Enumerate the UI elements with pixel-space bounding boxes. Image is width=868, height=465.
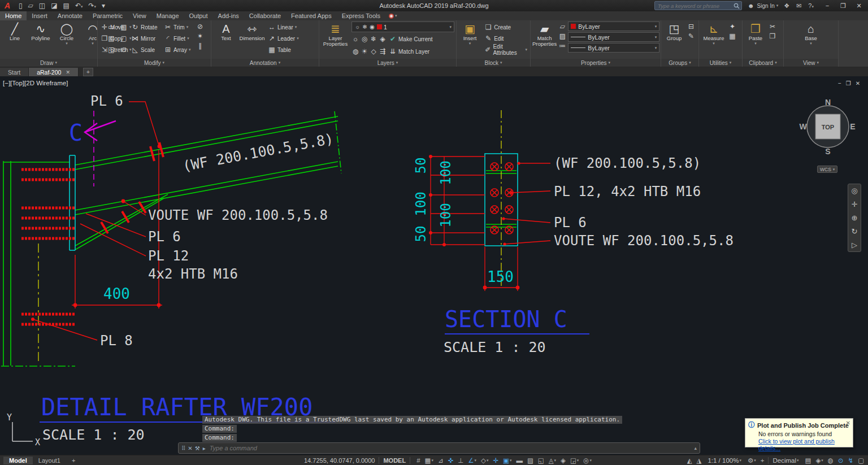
search-icon[interactable] <box>734 3 740 9</box>
match-properties-button[interactable]: ▰ Match Properties <box>532 21 557 47</box>
copy-button[interactable]: ❐Copy <box>99 33 130 44</box>
3d-object-snap-icon[interactable]: ◬▾ <box>546 457 558 464</box>
dynamic-ucs-icon[interactable]: ◈ <box>558 457 568 464</box>
autocad-logo-icon[interactable]: A <box>0 1 15 10</box>
autoscale-icon[interactable]: ◮ <box>695 457 704 464</box>
qat-plot-icon[interactable]: ▤ <box>62 2 71 10</box>
viewport-restore-icon[interactable]: ❐ <box>846 80 851 86</box>
tab-manage[interactable]: Manage <box>151 11 184 20</box>
units-button[interactable]: Decimal▾ <box>770 457 801 464</box>
isolate-objects-icon[interactable]: ◍ <box>826 457 836 464</box>
cut-icon[interactable]: ✂ <box>769 23 776 31</box>
layer-thaw-icon[interactable]: ☀ <box>361 47 368 55</box>
polyline-button[interactable]: ∿Polyline <box>28 21 54 46</box>
new-drawing-tab-button[interactable]: + <box>83 68 93 76</box>
pstyle-icon[interactable]: ▱ <box>558 23 566 31</box>
tab-output[interactable]: Output <box>184 11 213 20</box>
text-button[interactable]: AText <box>213 21 239 41</box>
table-button[interactable]: ▦Table <box>267 44 300 55</box>
viewport-controls[interactable]: [−][Top][2D Wireframe] <box>3 80 68 86</box>
ribbon-options-icon[interactable]: ▾ <box>385 11 401 20</box>
graphics-performance-icon[interactable]: ↯ <box>845 457 856 464</box>
lineweight-dropdown[interactable]: ByLayer▾ <box>568 43 659 53</box>
file-tab-start[interactable]: Start <box>0 68 29 76</box>
polar-tracking-icon[interactable]: ∠▾ <box>466 457 479 464</box>
linetype-dropdown[interactable]: ByLayer▾ <box>568 32 659 42</box>
tab-collaborate[interactable]: Collaborate <box>244 11 286 20</box>
offset-icon[interactable]: ∥ <box>196 42 204 50</box>
panel-label-draw[interactable]: Draw▾ <box>0 59 97 67</box>
add-layout-button[interactable]: + <box>66 457 81 464</box>
fillet-button[interactable]: ◜Fillet▾ <box>163 33 194 44</box>
selection-cycling-icon[interactable]: ◱ <box>536 457 546 464</box>
maximize-button[interactable]: ❐ <box>835 2 851 10</box>
tab-annotate[interactable]: Annotate <box>53 11 88 20</box>
workspace-switching-icon[interactable]: ⚙▾ <box>745 457 758 464</box>
make-current-button[interactable]: ✔Make Current <box>388 33 434 45</box>
notification-close-icon[interactable]: ✕ <box>846 420 850 426</box>
insert-button[interactable]: ▣ Insert ▾ <box>458 21 481 46</box>
command-close-icon[interactable]: ✕ <box>188 445 192 451</box>
panel-label-utilities[interactable]: Utilities▾ <box>699 59 742 67</box>
line-button[interactable]: ╱Line <box>2 21 28 46</box>
layer-isolate-icon[interactable]: ◎ <box>361 35 368 43</box>
command-input[interactable] <box>209 444 692 452</box>
measure-button[interactable]: ⊾ Measure ▾ <box>701 21 727 46</box>
erase-icon[interactable]: ⊘ <box>196 23 204 31</box>
dimension-button[interactable]: ⇿Dimension <box>239 21 265 41</box>
wcs-button[interactable]: WCS▾ <box>817 166 837 173</box>
viewport-minimize-icon[interactable]: − <box>838 80 841 86</box>
lineweight-icon[interactable]: ▬ <box>514 457 525 464</box>
layer-walk-icon[interactable]: ⇶ <box>379 47 387 55</box>
search-input[interactable] <box>657 2 734 10</box>
minimize-button[interactable]: − <box>819 2 835 10</box>
show-motion-icon[interactable]: ▷ <box>852 241 857 249</box>
mirror-button[interactable]: ⋈Mirror <box>130 33 163 44</box>
rotate-button[interactable]: ↻Rotate <box>130 21 163 33</box>
scale-button[interactable]: ◺Scale <box>130 44 163 55</box>
steering-wheel-icon[interactable]: ◎ <box>851 186 857 195</box>
tab-insert[interactable]: Insert <box>27 11 53 20</box>
tab-addins[interactable]: Add-ins <box>213 11 244 20</box>
copy-clip-icon[interactable]: ❐ <box>769 32 776 40</box>
annotation-monitor-icon[interactable]: + <box>758 457 767 464</box>
ungroup-icon[interactable]: ⊟ <box>687 23 695 31</box>
layer-dropdown[interactable]: ☼❄◉ 1 ▾ <box>351 21 454 32</box>
panel-label-clipboard[interactable]: Clipboard▾ <box>743 59 783 67</box>
quick-select-icon[interactable]: ✦ <box>728 23 736 31</box>
zoom-icon[interactable]: ⊕ <box>852 214 858 222</box>
object-snap-icon[interactable]: ▣▾ <box>501 457 514 464</box>
layer-unlock-icon[interactable]: ◇ <box>370 47 377 55</box>
qat-redo-icon[interactable]: ↷▾ <box>86 2 98 10</box>
tab-view[interactable]: View <box>128 11 151 20</box>
snap-icon[interactable]: ▦▾ <box>423 457 436 464</box>
sign-in-button[interactable]: ☻Sign In▾ <box>747 2 778 9</box>
layer-properties-button[interactable]: ≣ Layer Properties <box>321 21 350 47</box>
create-block-button[interactable]: ❏Create <box>483 21 528 33</box>
trim-button[interactable]: ✂Trim▾ <box>163 21 194 33</box>
group-edit-icon[interactable]: ✎ <box>687 32 695 40</box>
explode-icon[interactable]: ✶ <box>196 32 204 40</box>
command-grip-icon[interactable]: ⠿ <box>181 445 185 451</box>
qat-customize-icon[interactable]: ▾ <box>100 2 107 10</box>
plot-style-icon[interactable]: ▨ <box>558 32 566 40</box>
gizmo-icon[interactable]: ◎▾ <box>581 457 594 464</box>
drawing-area[interactable]: C PL 6 (WF 200.100.5,5.8) VOUTE WF 200.1… <box>0 76 868 455</box>
leader-button[interactable]: ↗Leader▾ <box>267 33 300 44</box>
drawing-canvas[interactable]: C PL 6 (WF 200.100.5,5.8) VOUTE WF 200.1… <box>0 76 868 455</box>
qat-undo-icon[interactable]: ↶▾ <box>73 2 85 10</box>
object-color-dropdown[interactable]: ByLayer▾ <box>568 21 659 31</box>
panel-label-modify[interactable]: Modify▾ <box>98 59 211 67</box>
notification-link[interactable]: Click to view plot and publish details..… <box>758 438 835 451</box>
panel-label-properties[interactable]: Properties▾ <box>531 59 661 67</box>
qat-open-icon[interactable]: ▱ <box>27 2 35 10</box>
orbit-icon[interactable]: ↻ <box>852 227 858 236</box>
circle-button[interactable]: ◯Circle▾ <box>54 21 80 46</box>
tab-parametric[interactable]: Parametric <box>88 11 128 20</box>
layer-off-icon[interactable]: ☼ <box>351 35 359 43</box>
layer-unisolate-icon[interactable]: ◍ <box>351 47 359 55</box>
viewcube[interactable]: TOP N W E S <box>799 98 855 156</box>
ortho-icon[interactable]: ⊥ <box>455 457 466 464</box>
move-button[interactable]: ✛Move <box>99 21 130 33</box>
paste-button[interactable]: ❒ Paste ▾ <box>744 21 767 46</box>
